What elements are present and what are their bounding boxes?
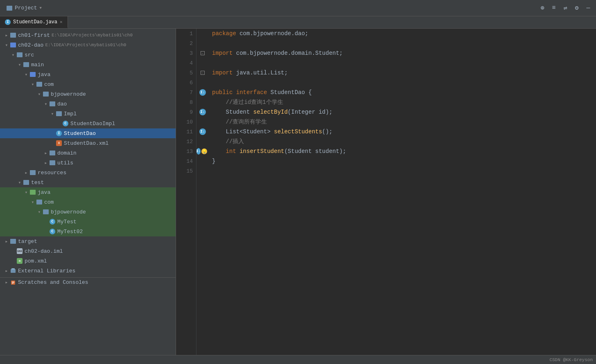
- sync-icon[interactable]: ⊕: [538, 4, 547, 13]
- tree-label-resources: resources: [38, 170, 66, 176]
- kw-public: public: [212, 89, 236, 96]
- tree-item-com[interactable]: com: [0, 79, 176, 89]
- project-button[interactable]: Project ▼: [3, 3, 45, 13]
- collapse-import-2[interactable]: −: [201, 71, 205, 75]
- implement-icon-13[interactable]: I↓: [196, 148, 201, 155]
- folder-icon-java: [29, 71, 36, 78]
- kw-interface: interface: [236, 89, 271, 96]
- tab-studentdao[interactable]: I StudentDao.java ✕: [0, 16, 68, 28]
- gutter-14: [196, 156, 209, 166]
- tree-label-mytest02: MyTest02: [57, 229, 83, 235]
- line-numbers: 1 2 3 4 5 6 7 8 9 10 11 12 13 14 15: [176, 29, 196, 355]
- collapse-icon[interactable]: ≡: [549, 4, 558, 13]
- minimize-icon[interactable]: —: [584, 4, 593, 13]
- gutter-6: [196, 78, 209, 88]
- toolbar: Project ▼ ⊕ ≡ ⇌ ⚙ —: [0, 0, 596, 16]
- tree-item-test-java[interactable]: java: [0, 187, 176, 197]
- tree-item-studentdaoxml[interactable]: X StudentDao.xml: [0, 138, 176, 148]
- chevron-down-icon: ▼: [40, 6, 42, 10]
- tree-item-utils[interactable]: utils: [0, 158, 176, 168]
- line-num-13: 13: [176, 146, 193, 156]
- tree-item-external-libs[interactable]: External Libraries: [0, 266, 176, 276]
- gutter-7: I↓: [196, 88, 209, 97]
- implement-icon-7[interactable]: I↓: [199, 89, 206, 96]
- gutter-5: −: [196, 68, 209, 78]
- code-line-8: //通过id查询1个学生: [212, 97, 596, 107]
- code-line-12: //插入: [212, 137, 596, 146]
- tree-arrow-bjpowernode: [36, 91, 43, 97]
- line-num-7: 7: [176, 88, 193, 97]
- tree-item-domain[interactable]: domain: [0, 148, 176, 158]
- tree-item-studentdao[interactable]: I StudentDao: [0, 128, 176, 138]
- import-student: com.bjpowernode.domain.Student;: [236, 50, 343, 56]
- line-num-2: 2: [176, 38, 193, 48]
- tree-item-ch01-first[interactable]: ch01-first E:\IDEA\Projects\mybatis01\ch…: [0, 30, 176, 40]
- tree-arrow-studentdaoimpl: [56, 120, 62, 127]
- implement-icon-9[interactable]: I↓: [199, 109, 206, 115]
- java-interface-icon-studentdao: I: [56, 130, 62, 137]
- tree-item-mytest02[interactable]: C MyTest02: [0, 227, 176, 236]
- tree-label-java: java: [38, 72, 50, 78]
- line-num-4: 4: [176, 58, 193, 68]
- tree-item-iml[interactable]: iml ch02-dao.iml: [0, 246, 176, 256]
- folder-icon-test-bjpowernode: [43, 209, 49, 215]
- params-selectstudents: ();: [322, 128, 332, 135]
- tree-item-resources[interactable]: resources: [0, 168, 176, 178]
- tree-item-pom[interactable]: m pom.xml: [0, 256, 176, 266]
- line-num-14: 14: [176, 156, 193, 166]
- tree-arrow-external-libs: [3, 267, 10, 274]
- main-layout: ch01-first E:\IDEA\Projects\mybatis01\ch…: [0, 29, 596, 355]
- tree-item-scratches[interactable]: Scratches and Consoles: [0, 277, 176, 287]
- tree-item-main[interactable]: main: [0, 60, 176, 70]
- folder-icon-bjpowernode: [43, 91, 49, 97]
- tree-arrow-dao: [43, 101, 49, 107]
- implement-icon-11[interactable]: I↓: [199, 128, 206, 135]
- tree-item-impl[interactable]: Impl: [0, 109, 176, 119]
- code-content[interactable]: package com.bjpowernode.dao; import com.…: [209, 29, 596, 355]
- folder-icon-main: [23, 61, 29, 68]
- closing-brace: }: [212, 158, 215, 164]
- tree-item-studentdaoimpl[interactable]: C StudentDaoImpl: [0, 119, 176, 128]
- tree-arrow-ch01-first: [3, 32, 10, 38]
- line-num-9: 9: [176, 107, 193, 117]
- bottom-bar: CSDN @KK-Greyson: [0, 355, 596, 364]
- tree-item-bjpowernode[interactable]: bjpowernode: [0, 89, 176, 99]
- code-line-1: package com.bjpowernode.dao;: [212, 29, 596, 38]
- tree-label-com: com: [44, 81, 54, 88]
- tree-label-pom: pom.xml: [25, 258, 47, 264]
- pkg-name: com.bjpowernode.dao;: [239, 30, 308, 37]
- tree-item-java[interactable]: java: [0, 70, 176, 79]
- java-class-icon-mytest02: C: [49, 228, 56, 235]
- tree-item-test[interactable]: test: [0, 178, 176, 187]
- collapse-import-1[interactable]: −: [201, 51, 205, 55]
- expand-icon[interactable]: ⇌: [561, 4, 570, 13]
- tree-arrow-pom: [10, 258, 16, 264]
- gutter-9: I↓: [196, 107, 209, 117]
- tree-item-target[interactable]: target: [0, 236, 176, 246]
- tree-arrow-src: [10, 52, 16, 58]
- tree-item-test-bjpowernode[interactable]: bjpowernode: [0, 207, 176, 217]
- tree-arrow-studentdaoxml: [49, 140, 56, 146]
- line-num-10: 10: [176, 117, 193, 127]
- tree-arrow-test: [16, 179, 23, 186]
- gutter-1: [196, 29, 209, 38]
- tree-path-ch02: E:\IDEA\Projects\mybatis01\ch0: [45, 43, 126, 47]
- tree-arrow-iml: [10, 248, 16, 254]
- folder-icon-test: [23, 179, 29, 186]
- tree-item-ch02-dao[interactable]: ch02-dao E:\IDEA\Projects\mybatis01\ch0: [0, 40, 176, 50]
- folder-icon: [7, 6, 12, 11]
- tree-label-target: target: [18, 238, 37, 245]
- project-label: Project: [15, 5, 37, 11]
- watermark: CSDN @KK-Greyson: [549, 357, 593, 362]
- tree-item-mytest[interactable]: C MyTest: [0, 217, 176, 227]
- gutter-12: [196, 137, 209, 146]
- tab-close-button[interactable]: ✕: [60, 19, 63, 25]
- tree-item-src[interactable]: src: [0, 50, 176, 60]
- svg-rect-1: [11, 268, 15, 270]
- gutter-15: [196, 166, 209, 176]
- line-num-1: 1: [176, 29, 193, 38]
- code-area: 1 2 3 4 5 6 7 8 9 10 11 12 13 14 15: [176, 29, 596, 355]
- settings-icon[interactable]: ⚙: [572, 4, 581, 13]
- tree-item-test-com[interactable]: com: [0, 197, 176, 207]
- tree-item-dao[interactable]: dao: [0, 99, 176, 109]
